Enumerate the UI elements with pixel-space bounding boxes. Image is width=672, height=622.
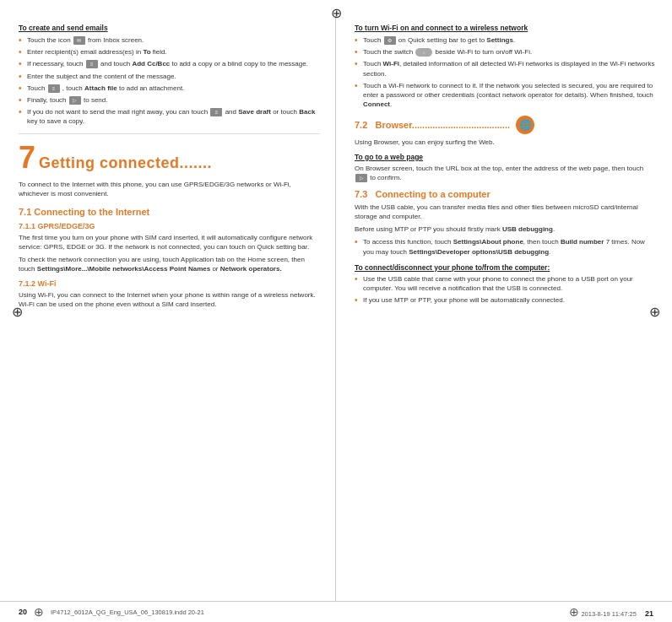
webpage-subheading: To go to a web page bbox=[355, 153, 657, 161]
subsection-7-1-1-text2: To check the network connection you are … bbox=[19, 255, 320, 273]
computer-bullet-list: To access this function, touch Settings\… bbox=[355, 237, 657, 256]
connect-heading: To connect/disconnect your phone to/from… bbox=[355, 263, 657, 272]
page-container: ⊕ ⊕ ⊕ To create and send emails Touch th… bbox=[0, 0, 672, 622]
browser-icon: 🌐 bbox=[516, 116, 534, 134]
wifi-bullet-4: Touch a Wi-Fi network to connect to it. … bbox=[355, 81, 657, 110]
subsection-7-1-2-title: 7.1.2 Wi-Fi bbox=[19, 279, 320, 288]
divider-1 bbox=[19, 133, 320, 134]
wifi-bullet-3: Touch Wi-Fi, detailed information of all… bbox=[355, 59, 657, 78]
footer-filename: IP4712_6012A_QG_Eng_USA_06_130819.indd 2… bbox=[51, 608, 204, 616]
section-7-3-title: 7.3 Connecting to a computer bbox=[355, 189, 657, 199]
footer-right: ⊕ 2013-8-19 11:47:25 21 bbox=[569, 605, 653, 619]
email-bullet-3: If necessary, touch ≡ and touch Add Cc/B… bbox=[19, 59, 320, 68]
compass-top-icon: ⊕ bbox=[331, 5, 342, 21]
email-bullet-5: Touch ≡ , touch Attach file to add an at… bbox=[19, 84, 320, 93]
email-bullet-2: Enter recipient(s) email address(es) in … bbox=[19, 47, 320, 57]
settings-icon: ⚙ bbox=[384, 36, 396, 45]
email-bullet-6: Finally, touch ▷ to send. bbox=[19, 95, 320, 105]
email-bullet-list: Touch the icon ✉ from Inbox screen. Ente… bbox=[19, 35, 320, 127]
footer-timestamp: 2013-8-19 11:47:25 bbox=[581, 610, 636, 618]
email-bullet-7: If you do not want to send the mail righ… bbox=[19, 107, 320, 126]
page-number-left: 20 bbox=[19, 608, 27, 616]
wifi-heading: To turn Wi-Fi on and connect to a wirele… bbox=[355, 24, 657, 32]
connect-bullet-list: Use the USB cable that came with your ph… bbox=[355, 274, 657, 306]
email-bullet-4: Enter the subject and the content of the… bbox=[19, 72, 320, 81]
inbox-icon: ✉ bbox=[73, 36, 85, 45]
section-7-2-row: 7.2 Browser.............................… bbox=[355, 116, 657, 134]
left-column: To create and send emails Touch the icon… bbox=[0, 15, 336, 601]
computer-bullet-1: To access this function, touch Settings\… bbox=[355, 237, 657, 256]
section-7-2-text1: Using Browser, you can enjoy surfing the… bbox=[355, 138, 657, 147]
right-column: To turn Wi-Fi on and connect to a wirele… bbox=[336, 15, 672, 601]
email-heading: To create and send emails bbox=[19, 24, 320, 32]
wifi-bullet-2: Touch the switch ○ beside Wi-Fi to turn … bbox=[355, 47, 657, 57]
connect-bullet-2: If you use MTP or PTP, your phone will b… bbox=[355, 295, 657, 305]
wifi-bullet-list: Touch ⚙ on Quick setting bar to get to S… bbox=[355, 35, 657, 109]
attach-icon: ≡ bbox=[48, 84, 60, 93]
wifi-toggle-icon: ○ bbox=[415, 48, 432, 57]
section-7-2-text2: On Browser screen, touch the URL box at … bbox=[355, 164, 657, 182]
compass-left-icon: ⊕ bbox=[12, 303, 23, 319]
section-7-3-text2: Before using MTP or PTP you should first… bbox=[355, 224, 657, 234]
chapter-description: To connect to the Internet with this pho… bbox=[19, 180, 320, 198]
menu-icon: ≡ bbox=[86, 60, 98, 68]
chapter-title: Getting connected....... bbox=[39, 154, 212, 172]
confirm-icon: ▷ bbox=[355, 174, 367, 182]
subsection-7-1-2-text: Using Wi-Fi, you can connect to the Inte… bbox=[19, 290, 320, 309]
send-icon: ▷ bbox=[69, 96, 81, 105]
page-number-right: 21 bbox=[645, 609, 653, 618]
section-7-3-text1: With the USB cable, you can transfer med… bbox=[355, 203, 657, 221]
chapter-block: 7 Getting connected....... bbox=[19, 143, 320, 173]
section-7-2-title: 7.2 Browser.............................… bbox=[355, 120, 512, 130]
footer-compass-icon: ⊕ bbox=[34, 605, 44, 619]
connect-bullet-1: Use the USB cable that came with your ph… bbox=[355, 274, 657, 293]
email-bullet-1: Touch the icon ✉ from Inbox screen. bbox=[19, 35, 320, 45]
menu2-icon: ≡ bbox=[210, 108, 222, 116]
footer-compass-right-icon: ⊕ bbox=[569, 605, 579, 619]
content-area: To create and send emails Touch the icon… bbox=[0, 0, 672, 601]
footer-left: 20 ⊕ IP4712_6012A_QG_Eng_USA_06_130819.i… bbox=[19, 605, 204, 619]
subsection-7-1-1-title: 7.1.1 GPRS/EDGE/3G bbox=[19, 222, 320, 230]
compass-right-icon: ⊕ bbox=[649, 303, 660, 319]
wifi-bullet-1: Touch ⚙ on Quick setting bar to get to S… bbox=[355, 35, 657, 45]
footer-bar: 20 ⊕ IP4712_6012A_QG_Eng_USA_06_130819.i… bbox=[0, 601, 672, 622]
chapter-number: 7 bbox=[19, 143, 35, 173]
subsection-7-1-1-text1: The first time you turn on your phone wi… bbox=[19, 233, 320, 252]
section-7-1-title: 7.1 Connecting to the Internet bbox=[19, 207, 320, 217]
